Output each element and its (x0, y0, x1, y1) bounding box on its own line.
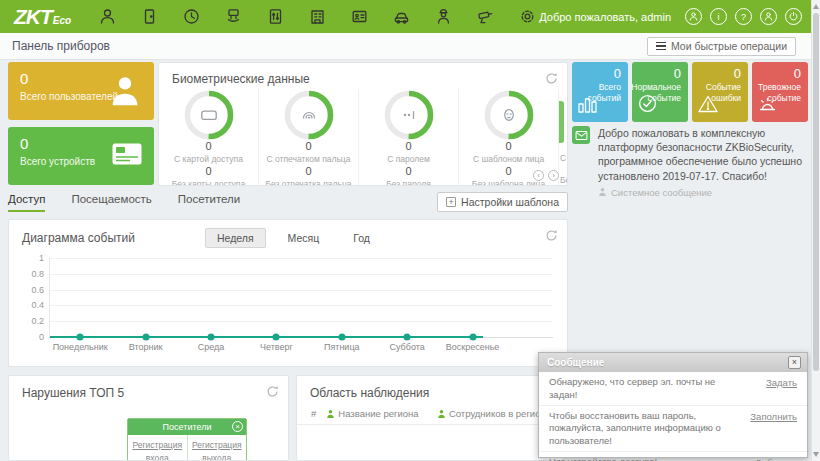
top-navbar: ZKT Eco (0, 0, 820, 33)
card-icon (184, 90, 234, 140)
logout-power-icon[interactable] (785, 8, 802, 25)
gauge-pagination: ‹ › (533, 170, 559, 181)
observation-title: Область наблюдения (297, 376, 563, 406)
message-source: Системное сообщение (598, 187, 810, 198)
consumption-module-icon[interactable] (223, 6, 244, 27)
refresh-icon[interactable] (545, 228, 559, 242)
warning-triangle-icon (697, 94, 719, 118)
visitors-mini-table: Посетители × Регистрация входа Регистрац… (127, 418, 247, 461)
message-row: Нет устройства доступа! Добавить (539, 452, 807, 461)
event-line-chart: 1 0.8 0.6 0.4 0.2 0 Понедельник Вторник … (49, 258, 553, 338)
green-person-icon (437, 409, 446, 419)
password-icon[interactable] (760, 8, 777, 25)
y-axis-tick: 0.2 (18, 316, 44, 326)
violations-top5-panel: Нарушения ТОП 5 Посетители × Регистрация… (8, 375, 289, 461)
prev-page-icon[interactable]: ‹ (533, 170, 544, 181)
refresh-icon[interactable] (266, 384, 280, 398)
total-users-card[interactable]: 0 Всего пользователей (8, 62, 154, 120)
zkteco-logo[interactable]: ZKT Eco (14, 5, 71, 29)
observation-area-panel: Область наблюдения # Название региона Со… (296, 375, 564, 461)
gauge-fingerprint: 0 С отпечатком пальца 0 Без отпечатка па… (259, 89, 359, 185)
page-toolbar: Панель приборов Мои быстрые операции (0, 33, 820, 60)
period-switcher: Неделя Месяц Год (205, 228, 382, 248)
x-axis-label: Суббота (390, 342, 425, 352)
page-title: Панель приборов (12, 39, 110, 53)
total-devices-card[interactable]: 0 Всего устройств (8, 127, 154, 185)
help-icon[interactable]: ? (735, 8, 752, 25)
visitors-table-header: Посетители × (128, 419, 246, 435)
gauge-palm-clipped: С Бе (559, 89, 568, 185)
violations-title: Нарушения ТОП 5 (9, 376, 288, 400)
logo-text: ZKT (14, 5, 52, 29)
error-events-box[interactable]: 0 Событие ошибки (692, 62, 748, 122)
parking-module-icon[interactable] (391, 6, 412, 27)
alarm-icon (757, 94, 778, 118)
system-module-icon[interactable] (517, 6, 538, 27)
alarm-events-box[interactable]: 0 Тревожное событие (752, 62, 808, 122)
checkin-registration-link[interactable]: Регистрация входа (128, 435, 188, 461)
data-point (207, 334, 214, 341)
biometric-data-panel: Биометрические данные 0 С картой доступа… (158, 62, 568, 186)
event-stats-row: 0 Всего событий 0 Нормальное событие 0 С… (572, 62, 808, 122)
message-popup-header[interactable]: Сообщение × (539, 353, 807, 372)
data-point (273, 334, 280, 341)
close-icon[interactable]: × (232, 421, 243, 432)
dashboard-page: ZKT Eco (0, 0, 820, 461)
x-axis-label: Среда (198, 342, 225, 352)
total-events-box[interactable]: 0 Всего событий (572, 62, 628, 122)
welcome-message-text: Добро пожаловать в комплексную платформу… (598, 126, 810, 183)
checkout-registration-link[interactable]: Регистрация выхода (188, 435, 247, 461)
tab-access[interactable]: Доступ (8, 193, 45, 212)
y-axis-tick: 0.6 (18, 285, 44, 295)
scrollbar-thumb[interactable] (813, 13, 819, 371)
personnel-module-icon[interactable] (97, 6, 118, 27)
vertical-scrollbar[interactable] (811, 0, 820, 461)
next-page-icon[interactable]: › (548, 170, 559, 181)
password-dots-icon (384, 90, 434, 140)
x-axis-label: Пятница (324, 342, 360, 352)
fingerprint-icon (284, 90, 334, 140)
fill-user-info-link[interactable]: Заполнить (750, 411, 797, 422)
tab-attendance[interactable]: Посещаемость (71, 193, 151, 212)
x-axis-label: Вторник (129, 342, 163, 352)
close-icon[interactable]: × (788, 356, 801, 369)
add-access-device-link[interactable]: Добавить (755, 457, 797, 461)
scroll-down-icon[interactable] (813, 452, 819, 457)
tab-visitors[interactable]: Посетители (178, 193, 240, 212)
message-row: Обнаружено, что сервер эл. почты не зада… (539, 372, 807, 406)
plus-icon: + (446, 197, 456, 207)
y-axis-tick: 0.4 (18, 300, 44, 310)
info-icon[interactable]: i (710, 8, 727, 25)
quick-operations-button[interactable]: Мои быстрые операции (647, 37, 796, 56)
period-week-button[interactable]: Неделя (205, 228, 266, 248)
y-axis-tick: 1 (18, 253, 44, 263)
time-attendance-module-icon[interactable] (181, 6, 202, 27)
access-control-module-icon[interactable] (139, 6, 160, 27)
device-icon (112, 143, 142, 169)
system-welcome-message: Добро пожаловать в комплексную платформу… (572, 126, 810, 198)
normal-events-box[interactable]: 0 Нормальное событие (632, 62, 688, 122)
set-email-link[interactable]: Задать (766, 377, 797, 388)
hotel-module-icon[interactable] (307, 6, 328, 27)
elevator-module-icon[interactable] (265, 6, 286, 27)
patrol-module-icon[interactable] (433, 6, 454, 27)
check-circle-icon (637, 93, 658, 118)
green-person-icon (326, 409, 335, 419)
bar-chart-icon (577, 94, 599, 118)
visitor-module-icon[interactable] (349, 6, 370, 27)
data-point (404, 334, 411, 341)
data-point (338, 334, 345, 341)
period-month-button[interactable]: Месяц (276, 228, 332, 248)
scroll-up-icon[interactable] (813, 4, 819, 9)
data-point (142, 334, 149, 341)
refresh-icon[interactable] (545, 71, 559, 85)
template-settings-button[interactable]: + Настройки шаблона (437, 192, 568, 212)
module-menu (97, 6, 538, 27)
biometric-panel-title: Биометрические данные (159, 63, 567, 86)
video-module-icon[interactable] (475, 6, 496, 27)
data-point (469, 334, 476, 341)
biometric-gauges: 0 С картой доступа 0 Без карты доступа 0… (159, 89, 567, 185)
period-year-button[interactable]: Год (341, 228, 382, 248)
data-point (77, 334, 84, 341)
account-icon[interactable] (685, 8, 702, 25)
